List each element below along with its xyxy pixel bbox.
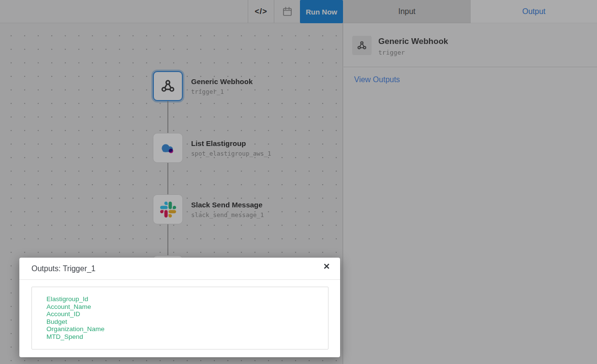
outputs-list: Elastigroup_Id Account_Name Account_ID B…	[31, 287, 328, 349]
modal-body: Elastigroup_Id Account_Name Account_ID B…	[19, 280, 340, 349]
output-field: MTD_Spend	[46, 333, 323, 341]
modal-header: Outputs: Trigger_1 ✕	[19, 258, 340, 280]
modal-title: Outputs: Trigger_1	[31, 264, 96, 273]
output-field: Organization_Name	[46, 325, 323, 333]
outputs-modal: Outputs: Trigger_1 ✕ Elastigroup_Id Acco…	[19, 258, 340, 357]
workflow-editor-screen: </> Run Now Input Output	[0, 0, 597, 364]
output-field: Elastigroup_Id	[46, 295, 323, 303]
close-icon[interactable]: ✕	[320, 260, 333, 274]
output-field: Budget	[46, 318, 323, 326]
output-field: Account_ID	[46, 310, 323, 318]
output-field: Account_Name	[46, 303, 323, 311]
